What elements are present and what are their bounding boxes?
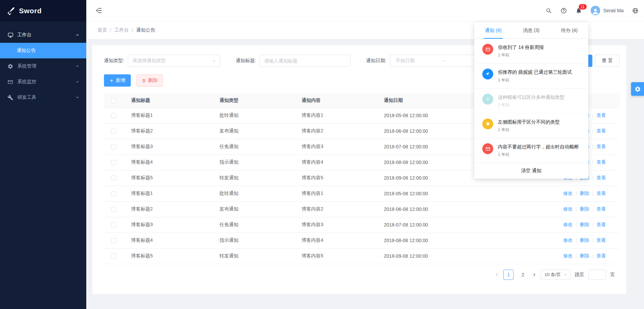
user-menu[interactable]: Serati Ma	[591, 6, 624, 15]
breadcrumb-home[interactable]: 首页	[97, 27, 107, 33]
page-number-2[interactable]: 2	[518, 270, 528, 280]
clear-notifications-button[interactable]: 清空 通知	[474, 163, 588, 179]
action-divider	[576, 223, 576, 227]
notification-title: 你收到了 14 份新周报	[498, 44, 544, 51]
active-tab-indicator	[484, 38, 503, 39]
notification-time: 1 年前	[498, 152, 579, 158]
prev-page-icon[interactable]	[495, 272, 499, 277]
action-divider	[593, 145, 593, 149]
help-icon[interactable]	[560, 7, 567, 14]
view-link[interactable]: 查看	[596, 175, 606, 180]
notification-item[interactable]: 左侧图标用于区分不同的类型 1 年前	[474, 113, 588, 138]
sidebar-item-label: 研发工具	[17, 94, 75, 101]
view-link[interactable]: 查看	[596, 112, 606, 118]
cell-type: 任免通知	[211, 139, 293, 154]
cell-title: 博客标题1	[123, 108, 211, 123]
notification-item[interactable]: 你收到了 14 份新周报 1 年前	[474, 39, 588, 63]
row-checkbox[interactable]	[111, 238, 116, 243]
sidebar-item-notice-board[interactable]: 通知公告	[0, 43, 86, 58]
notification-item[interactable]: 内容不要超过两行字，超出时自动截断 1 年前	[474, 138, 588, 163]
delete-button-label: 删除	[148, 77, 158, 84]
view-link[interactable]: 查看	[596, 190, 606, 196]
row-checkbox[interactable]	[111, 144, 116, 149]
action-divider	[593, 192, 593, 196]
row-checkbox[interactable]	[111, 176, 116, 181]
wrench-icon	[7, 94, 14, 101]
view-link[interactable]: 查看	[596, 237, 606, 243]
reset-button[interactable]: 重 置	[595, 55, 620, 67]
avatar	[591, 6, 600, 15]
globe-icon[interactable]	[632, 7, 639, 14]
row-checkbox[interactable]	[111, 191, 116, 196]
logo[interactable]: Sword	[0, 0, 86, 21]
edit-link[interactable]: 修改	[563, 222, 573, 227]
delete-link[interactable]: 删除	[580, 222, 589, 227]
delete-link[interactable]: 删除	[580, 206, 589, 212]
sidebar-item-system-management[interactable]: 系统管理	[0, 58, 86, 74]
notification-time: 1 年前	[498, 127, 560, 133]
action-divider	[593, 207, 593, 212]
cell-type: 指示通知	[211, 233, 293, 248]
row-checkbox[interactable]	[111, 222, 116, 228]
row-checkbox[interactable]	[111, 207, 116, 212]
edit-link[interactable]: 修改	[563, 206, 573, 212]
view-link[interactable]: 查看	[596, 159, 606, 165]
cell-content: 博客内容4	[293, 233, 376, 248]
view-link[interactable]: 查看	[596, 128, 606, 133]
notification-title: 内容不要超过两行字，超出时自动截断	[498, 143, 579, 150]
notification-item-read[interactable]: 这种模板可以区分多种通知类型 1 年前	[474, 89, 588, 113]
search-icon[interactable]	[545, 7, 552, 14]
sidebar-subitem-label: 通知公告	[17, 48, 36, 54]
sidebar-item-dev-tools[interactable]: 研发工具	[0, 90, 86, 105]
tab-notifications[interactable]: 通知 (4)	[474, 22, 512, 38]
mail-icon	[482, 143, 493, 154]
cell-type: 转发通知	[211, 170, 293, 186]
row-checkbox[interactable]	[111, 113, 116, 118]
cell-content: 博客内容2	[293, 123, 376, 139]
sword-logo-icon	[7, 6, 16, 15]
bell-icon[interactable]: 11	[575, 7, 582, 14]
theme-settings-button[interactable]	[631, 82, 644, 96]
cell-date: 2018-08-08 12:00:00	[376, 233, 522, 248]
delete-link[interactable]: 删除	[580, 237, 589, 243]
chevron-up-icon	[75, 33, 79, 37]
action-divider	[576, 207, 576, 212]
delete-button[interactable]: 删除	[137, 74, 163, 87]
view-link[interactable]: 查看	[596, 222, 606, 227]
view-link[interactable]: 查看	[596, 144, 606, 149]
view-link[interactable]: 查看	[596, 206, 606, 212]
breadcrumb-workbench[interactable]: 工作台	[114, 27, 129, 33]
view-link[interactable]: 查看	[596, 253, 606, 258]
row-checkbox[interactable]	[111, 160, 116, 165]
title-filter-input[interactable]	[260, 55, 350, 67]
tab-todos[interactable]: 待办 (4)	[550, 22, 588, 38]
sidebar-menu: 工作台 通知公告 系统管理 系统监控	[0, 21, 86, 105]
tab-messages[interactable]: 消息 (3)	[512, 22, 550, 38]
next-page-icon[interactable]	[532, 272, 537, 277]
edit-link[interactable]: 修改	[563, 253, 573, 258]
notification-item[interactable]: 你推荐的 曲妮妮 已通过第三轮面试 1 年前	[474, 63, 588, 88]
row-checkbox[interactable]	[111, 254, 116, 259]
page-size-select[interactable]: 10 条/页	[541, 270, 571, 280]
monitor-icon	[7, 32, 14, 38]
delete-link[interactable]: 删除	[580, 190, 589, 196]
edit-link[interactable]: 修改	[563, 190, 573, 196]
page-number-1[interactable]: 1	[503, 270, 514, 280]
sidebar-item-workbench[interactable]: 工作台	[0, 27, 86, 43]
notification-time: 1 年前	[498, 77, 572, 83]
page-size-value: 10 条/页	[544, 272, 561, 278]
breadcrumb-current: 通知公告	[136, 27, 155, 33]
select-all-checkbox[interactable]	[111, 98, 116, 103]
cell-content: 博客内容3	[293, 139, 376, 154]
jump-page-input[interactable]	[588, 270, 606, 280]
edit-link[interactable]: 修改	[563, 237, 573, 243]
notification-dropdown: 通知 (4) 消息 (3) 待办 (4) 你收到了 14 份新周报 1 年前 你…	[474, 22, 588, 179]
add-button[interactable]: 新增	[104, 74, 131, 87]
delete-link[interactable]: 删除	[580, 253, 589, 258]
sidebar: Sword 工作台 通知公告 系统管理	[0, 0, 86, 309]
row-checkbox[interactable]	[111, 129, 116, 134]
sidebar-item-system-monitor[interactable]: 系统监控	[0, 74, 86, 90]
type-select[interactable]: 请选择通知类型	[128, 55, 220, 67]
sidebar-item-label: 工作台	[17, 32, 75, 38]
collapse-sidebar-icon[interactable]	[95, 7, 103, 14]
